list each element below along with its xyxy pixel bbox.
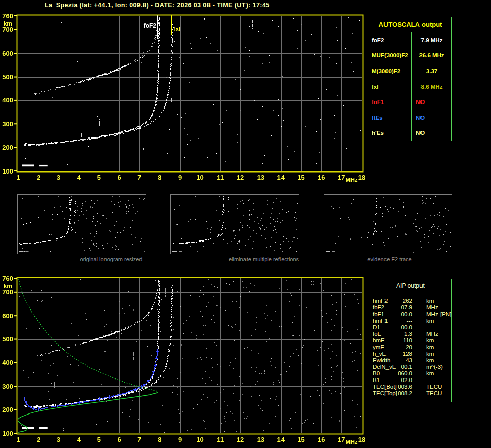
param-unit: TECU — [426, 384, 442, 390]
autoscala-table-rows: foF27.9 MHzMUF(3000)F226.6 MHzM(3000)F23… — [369, 32, 451, 141]
autoscala-app-window: La_Spezia (lat: +44.1, lon: 009.8) - DAT… — [0, 0, 491, 448]
param-value: NO — [412, 94, 451, 110]
param-label: foE — [373, 331, 381, 337]
param-value: 20 — [389, 344, 412, 351]
table-row: B0060.0km — [369, 370, 451, 377]
param-unit: MHz — [426, 304, 438, 311]
param-value: --- — [389, 318, 412, 324]
param-label: fxI — [369, 79, 412, 94]
table-row: hmF1---km — [369, 318, 451, 324]
param-unit: km — [426, 337, 434, 344]
table-row: DelN_vE00.1m^(-3) — [369, 364, 451, 370]
param-label: foF1 — [369, 94, 412, 110]
table-row: foF27.9 MHz — [369, 32, 451, 48]
thumbnail-caption: eliminate multiple reflections — [215, 256, 312, 262]
param-value: 008.2 — [389, 390, 412, 397]
param-extra: [PN] — [440, 311, 451, 318]
param-value: 8.6 MHz — [412, 79, 451, 94]
param-label: hmF1 — [373, 318, 388, 324]
param-value: 060.0 — [389, 370, 412, 377]
table-row: fxI8.6 MHz — [369, 79, 451, 94]
table-row: M(3000)F23.37 — [369, 63, 451, 79]
table-row: foF207.9MHz — [369, 304, 451, 311]
param-unit: km — [426, 351, 434, 357]
param-label: B1 — [373, 377, 380, 384]
param-unit: km — [426, 344, 434, 351]
table-row: hmF2262km — [369, 298, 451, 304]
table-row: TEC[Bot]003.6TECU — [369, 384, 451, 390]
param-value: 00.0 — [389, 311, 412, 318]
param-label: foF2 — [373, 304, 384, 311]
param-label: hmF2 — [373, 298, 388, 304]
param-label: M(3000)F2 — [369, 63, 412, 79]
page-title: La_Spezia (lat: +44.1, lon: 009.8) - DAT… — [45, 2, 270, 9]
param-label: foF2 — [369, 32, 412, 48]
param-unit: TECU — [426, 390, 442, 397]
thumbnail-caption: original ionogram resized — [60, 256, 162, 262]
param-value: 02.0 — [389, 377, 412, 384]
param-value: 00.0 — [389, 324, 412, 331]
param-label: h'Es — [369, 125, 412, 141]
param-label: D1 — [373, 324, 380, 331]
table-row: foF100.0MHz[PN] — [369, 311, 451, 318]
param-label: MUF(3000)F2 — [369, 48, 412, 63]
param-unit: km — [426, 318, 434, 324]
param-label: hmE — [373, 337, 385, 344]
table-row: ftEsNO — [369, 110, 451, 125]
param-value: 43 — [389, 357, 412, 364]
param-unit: km — [426, 357, 434, 364]
param-value: 1.3 — [389, 331, 412, 337]
fof2-marker-label: foF2 — [141, 22, 156, 29]
autoscala-output-table: AUTOSCALA output foF27.9 MHzMUF(3000)F22… — [369, 17, 452, 141]
param-unit: km — [426, 298, 434, 304]
param-label: B0 — [373, 370, 380, 377]
param-label: ymE — [373, 344, 384, 351]
param-unit: MHz — [426, 311, 438, 318]
param-label: Ewidth — [373, 357, 391, 364]
aip-output-table: AIP output hmF2262kmfoF207.9MHzfoF100.0M… — [369, 279, 452, 402]
table-row: MUF(3000)F226.6 MHz — [369, 48, 451, 63]
param-label: foF1 — [373, 311, 384, 318]
param-value: 00.1 — [389, 364, 412, 370]
thumbnail-caption: evidence F2 trace — [361, 256, 418, 262]
param-value: 26.6 MHz — [412, 48, 451, 63]
fxi-marker-label: fxI — [173, 26, 180, 32]
thumbnail-evidence-f2-trace — [324, 194, 452, 254]
thumbnail-eliminate-reflections — [170, 194, 299, 254]
table-row: h_vE128km — [369, 351, 451, 357]
table-row: ymE20km — [369, 344, 451, 351]
param-unit: m^(-3) — [426, 364, 443, 370]
param-value: 128 — [389, 351, 412, 357]
param-value: 003.6 — [389, 384, 412, 390]
table-row: B102.0 — [369, 377, 451, 384]
table-row: Ewidth43km — [369, 357, 451, 364]
param-value: 3.37 — [412, 63, 451, 79]
param-value: NO — [412, 125, 451, 141]
table-row: D100.0 — [369, 324, 451, 331]
param-value: 07.9 — [389, 304, 412, 311]
table-row: hmE110km — [369, 337, 451, 344]
table-row: TEC[Top]008.2TECU — [369, 390, 451, 397]
param-value: 110 — [389, 337, 412, 344]
param-value: 7.9 MHz — [412, 32, 451, 48]
thumbnail-original-ionogram — [17, 194, 146, 254]
raw-ionogram-plot — [0, 10, 367, 188]
aip-table-header: AIP output — [369, 279, 451, 293]
param-value: NO — [412, 110, 451, 125]
autoscala-table-header: AUTOSCALA output — [369, 17, 451, 32]
table-row: foF1NO — [369, 94, 451, 110]
fitted-ionogram-plot — [0, 272, 367, 448]
table-row: foE1.3MHz — [369, 331, 451, 337]
param-value: 262 — [389, 298, 412, 304]
param-unit: km — [426, 370, 434, 377]
param-label: ftEs — [369, 110, 412, 125]
param-label: h_vE — [373, 351, 386, 357]
param-unit: MHz — [426, 331, 438, 337]
aip-table-rows: hmF2262kmfoF207.9MHzfoF100.0MHz[PN]hmF1-… — [369, 293, 451, 397]
table-row: h'EsNO — [369, 125, 451, 141]
